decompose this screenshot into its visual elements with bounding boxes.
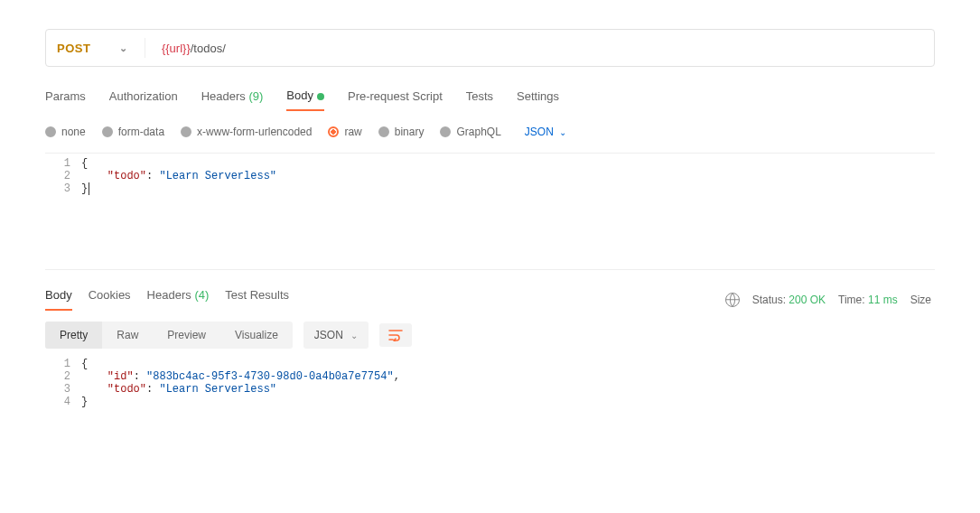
resp-tab-tests[interactable]: Test Results bbox=[225, 288, 289, 311]
url-input[interactable]: {{url}}/todos/ bbox=[162, 42, 226, 55]
tab-params[interactable]: Params bbox=[45, 89, 86, 110]
method-label: POST bbox=[57, 42, 90, 55]
url-path: /todos/ bbox=[191, 42, 226, 55]
wrap-lines-button[interactable] bbox=[379, 323, 412, 347]
radio-icon bbox=[102, 126, 113, 137]
body-format-select[interactable]: JSON ⌄ bbox=[525, 126, 566, 138]
radio-icon bbox=[181, 126, 191, 137]
response-toolbar: Pretty Raw Preview Visualize JSON ⌄ bbox=[45, 322, 935, 349]
body-type-label: GraphQL bbox=[456, 126, 500, 138]
response-format-select[interactable]: JSON ⌄ bbox=[303, 322, 369, 349]
globe-icon[interactable] bbox=[725, 293, 740, 307]
body-type-row: none form-data x-www-form-urlencoded raw… bbox=[45, 126, 935, 138]
json-value: "Learn Serverless" bbox=[159, 170, 276, 182]
line-number: 1 bbox=[45, 157, 81, 170]
radio-icon bbox=[440, 126, 451, 137]
body-type-raw[interactable]: raw bbox=[328, 126, 361, 138]
radio-icon bbox=[378, 126, 389, 137]
view-preview[interactable]: Preview bbox=[153, 322, 220, 349]
status-block: Status: 200 OK bbox=[752, 294, 826, 306]
tab-tests[interactable]: Tests bbox=[466, 89, 493, 110]
radio-icon bbox=[45, 126, 56, 137]
body-type-label: none bbox=[61, 126, 86, 138]
headers-count: (9) bbox=[248, 89, 263, 103]
tab-authorization[interactable]: Authorization bbox=[109, 89, 178, 110]
chevron-down-icon: ⌄ bbox=[119, 42, 128, 54]
time-block: Time: 11 ms bbox=[838, 294, 898, 306]
view-visualize[interactable]: Visualize bbox=[220, 322, 293, 349]
request-tabs: Params Authorization Headers (9) Body Pr… bbox=[45, 89, 935, 111]
body-type-xwww[interactable]: x-www-form-urlencoded bbox=[181, 126, 312, 138]
chevron-down-icon: ⌄ bbox=[350, 331, 358, 340]
json-key: "todo" bbox=[107, 170, 146, 182]
line-number: 1 bbox=[45, 358, 81, 370]
tab-body-label: Body bbox=[286, 89, 313, 102]
body-changed-indicator bbox=[317, 93, 324, 100]
view-mode-segment: Pretty Raw Preview Visualize bbox=[45, 322, 293, 349]
divider bbox=[145, 38, 145, 58]
body-type-label: raw bbox=[344, 126, 361, 138]
body-type-binary[interactable]: binary bbox=[378, 126, 425, 138]
body-type-label: binary bbox=[395, 126, 425, 138]
json-value: "883bc4ac-95f3-4730-98d0-0a4b0a7e7754" bbox=[146, 370, 394, 383]
status-label: Status: bbox=[752, 294, 786, 306]
line-number: 2 bbox=[45, 370, 81, 383]
body-type-label: form-data bbox=[118, 126, 164, 138]
resp-tab-cookies[interactable]: Cookies bbox=[89, 288, 131, 311]
json-value: "Learn Serverless" bbox=[159, 383, 276, 396]
chevron-down-icon: ⌄ bbox=[559, 127, 566, 137]
response-meta: Status: 200 OK Time: 11 ms Size bbox=[725, 293, 931, 307]
line-number: 3 bbox=[45, 383, 81, 396]
response-tabs: Body Cookies Headers (4) Test Results bbox=[45, 288, 289, 311]
json-key: "todo" bbox=[107, 383, 146, 396]
http-method-select[interactable]: POST ⌄ bbox=[57, 42, 128, 55]
wrap-icon bbox=[388, 329, 403, 341]
response-body-viewer[interactable]: 1 { 2 "id": "883bc4ac-95f3-4730-98d0-0a4… bbox=[45, 358, 935, 408]
format-label: JSON bbox=[525, 126, 554, 138]
view-raw[interactable]: Raw bbox=[102, 322, 153, 349]
text-cursor bbox=[89, 182, 89, 195]
resp-tab-headers[interactable]: Headers (4) bbox=[147, 288, 210, 311]
status-value: 200 OK bbox=[789, 294, 826, 306]
json-key: "id" bbox=[107, 370, 134, 383]
tab-headers[interactable]: Headers (9) bbox=[201, 89, 264, 110]
response-header: Body Cookies Headers (4) Test Results St… bbox=[45, 288, 935, 311]
body-type-label: x-www-form-urlencoded bbox=[197, 126, 312, 138]
request-body-editor[interactable]: 1 { 2 "todo": "Learn Serverless" 3 } bbox=[45, 153, 935, 270]
request-url-bar: POST ⌄ {{url}}/todos/ bbox=[45, 29, 935, 67]
resp-headers-count: (4) bbox=[194, 288, 209, 302]
time-label: Time: bbox=[838, 294, 865, 306]
url-variable: {{url}} bbox=[162, 42, 191, 55]
view-pretty[interactable]: Pretty bbox=[45, 322, 102, 349]
line-number: 2 bbox=[45, 170, 81, 182]
radio-icon bbox=[328, 126, 339, 137]
tab-settings[interactable]: Settings bbox=[517, 89, 559, 110]
line-number: 4 bbox=[45, 396, 81, 408]
tab-headers-label: Headers bbox=[201, 89, 246, 103]
line-number: 3 bbox=[45, 182, 81, 195]
tab-body[interactable]: Body bbox=[286, 89, 324, 111]
resp-tab-body[interactable]: Body bbox=[45, 288, 72, 311]
resp-headers-label: Headers bbox=[147, 288, 191, 302]
body-type-graphql[interactable]: GraphQL bbox=[440, 126, 500, 138]
format-label: JSON bbox=[314, 329, 343, 341]
tab-prerequest[interactable]: Pre-request Script bbox=[348, 89, 443, 110]
body-type-formdata[interactable]: form-data bbox=[102, 126, 164, 138]
time-value: 11 ms bbox=[868, 294, 898, 306]
body-type-none[interactable]: none bbox=[45, 126, 86, 138]
size-label: Size bbox=[910, 294, 931, 306]
